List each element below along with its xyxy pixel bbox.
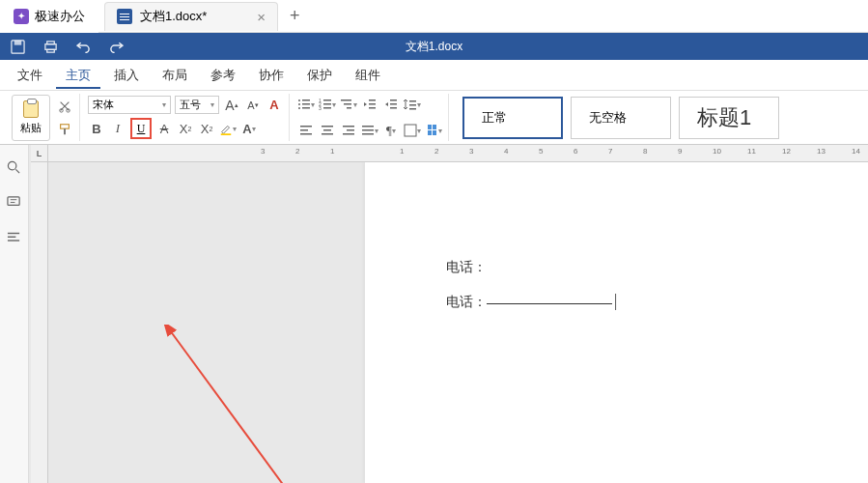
font-size-select[interactable]: 五号▾ [175, 96, 219, 114]
align-left-icon[interactable] [297, 122, 315, 139]
paragraph-mark-icon[interactable]: ¶▾ [382, 122, 400, 139]
svg-rect-12 [302, 103, 310, 105]
menu-reference[interactable]: 参考 [201, 62, 245, 89]
ruler-tick: 5 [539, 147, 543, 156]
align-center-icon[interactable] [319, 122, 336, 139]
ruler-tick: 2 [295, 147, 299, 156]
ruler-tick: 11 [747, 147, 756, 156]
undo-icon[interactable] [75, 39, 91, 54]
menu-components[interactable]: 组件 [346, 62, 390, 89]
svg-rect-47 [433, 125, 436, 129]
shrink-font-icon[interactable]: A▾ [244, 97, 262, 114]
quick-access-bar: 文档1.docx [0, 33, 868, 60]
ruler-tick: 4 [504, 147, 508, 156]
ruler-tick: 1 [400, 147, 404, 156]
search-icon[interactable] [6, 158, 23, 176]
menu-insert[interactable]: 插入 [104, 62, 149, 89]
ruler-tick: 1 [330, 147, 334, 156]
numbered-list-icon[interactable]: 123▾ [319, 96, 336, 113]
menu-bar: 文件 主页 插入 布局 参考 协作 保护 组件 [0, 60, 868, 91]
style-heading1[interactable]: 标题1 [679, 97, 779, 139]
svg-rect-41 [343, 133, 354, 135]
svg-rect-30 [409, 100, 416, 102]
bold-button[interactable]: B [88, 120, 105, 137]
svg-rect-24 [369, 99, 376, 101]
strikethrough-button[interactable]: A [155, 120, 173, 137]
increase-indent-icon[interactable] [382, 96, 400, 113]
shading-icon[interactable]: ▾ [404, 122, 421, 139]
svg-rect-53 [8, 236, 15, 237]
clipboard-icon [23, 100, 39, 118]
style-nospace[interactable]: 无空格 [571, 97, 671, 139]
ribbon-group-paragraph: ▾ 123▾ ▾ ▾ ▾ ¶▾ ▾ ▾ [292, 94, 449, 141]
style-normal[interactable]: 正常 [462, 97, 563, 139]
svg-rect-21 [341, 99, 351, 101]
decrease-indent-icon[interactable] [361, 96, 378, 113]
italic-button[interactable]: I [109, 120, 126, 137]
new-tab-button[interactable]: + [278, 6, 312, 26]
highlight-color-button[interactable]: ▾ [219, 120, 237, 137]
menu-home[interactable]: 主页 [56, 62, 100, 89]
paste-button[interactable]: 粘贴 [12, 95, 50, 141]
doc-line-1[interactable]: 电话： [446, 249, 868, 284]
align-right-icon[interactable] [340, 122, 357, 139]
superscript-button[interactable]: X2 [177, 120, 194, 137]
print-icon[interactable] [42, 39, 58, 54]
save-icon[interactable] [10, 39, 25, 54]
cut-icon[interactable] [56, 98, 73, 115]
svg-point-9 [298, 99, 300, 101]
menu-layout[interactable]: 布局 [153, 62, 197, 89]
title-bar: ✦ 极速办公 文档1.docx* × + [0, 0, 868, 33]
document-icon [117, 9, 132, 24]
document-page[interactable]: 电话： 电话：│ [365, 162, 868, 483]
clear-format-icon[interactable]: A [266, 97, 283, 114]
redo-icon[interactable] [108, 39, 124, 54]
outline-icon[interactable] [6, 228, 23, 245]
paste-label: 粘贴 [20, 121, 42, 135]
svg-point-11 [298, 103, 300, 105]
workspace: L 321123456789101112131415 电话： 电话：│ [0, 145, 868, 483]
svg-rect-22 [344, 103, 351, 105]
ruler-tick: 13 [817, 147, 826, 156]
comments-icon[interactable] [6, 193, 23, 211]
ruler-tick: 12 [782, 147, 791, 156]
svg-rect-37 [323, 129, 331, 131]
svg-text:3: 3 [319, 105, 322, 111]
close-tab-icon[interactable]: × [257, 9, 266, 25]
vertical-ruler[interactable] [31, 162, 48, 483]
document-tab[interactable]: 文档1.docx* × [104, 2, 278, 31]
font-name-select[interactable]: 宋体▾ [88, 96, 171, 114]
format-painter-icon[interactable] [56, 121, 73, 138]
svg-rect-40 [347, 129, 354, 131]
svg-rect-32 [409, 108, 416, 110]
multilevel-list-icon[interactable]: ▾ [340, 96, 357, 113]
menu-collaborate[interactable]: 协作 [249, 62, 294, 89]
bullet-list-icon[interactable]: ▾ [297, 96, 315, 113]
ruler-tick: 6 [574, 147, 577, 156]
menu-file[interactable]: 文件 [8, 62, 52, 89]
app-tab[interactable]: ✦ 极速办公 [0, 0, 98, 33]
borders-icon[interactable]: ▾ [425, 122, 442, 139]
menu-protect[interactable]: 保护 [297, 62, 342, 89]
svg-rect-51 [8, 196, 19, 204]
align-justify-icon[interactable]: ▾ [361, 122, 378, 139]
svg-point-13 [298, 107, 300, 109]
line-spacing-icon[interactable]: ▾ [404, 96, 421, 113]
ruler-tick: 3 [469, 147, 473, 156]
underline-button[interactable]: U [130, 118, 152, 139]
font-color-button[interactable]: A▾ [240, 120, 258, 137]
svg-rect-42 [362, 126, 374, 128]
horizontal-ruler[interactable]: 321123456789101112131415 [48, 145, 868, 162]
svg-rect-45 [405, 125, 416, 136]
svg-rect-29 [390, 107, 397, 109]
doc-line-2[interactable]: 电话：│ [446, 284, 868, 319]
ruler-tick: 2 [434, 147, 438, 156]
svg-rect-35 [300, 133, 312, 135]
ribbon-group-styles: 正常 无空格 标题1 [451, 97, 779, 139]
grow-font-icon[interactable]: A▴ [223, 97, 240, 114]
subscript-button[interactable]: X2 [198, 120, 215, 137]
svg-rect-34 [300, 129, 308, 131]
canvas-margin [48, 162, 365, 483]
svg-rect-14 [302, 107, 310, 109]
svg-rect-7 [61, 124, 70, 128]
